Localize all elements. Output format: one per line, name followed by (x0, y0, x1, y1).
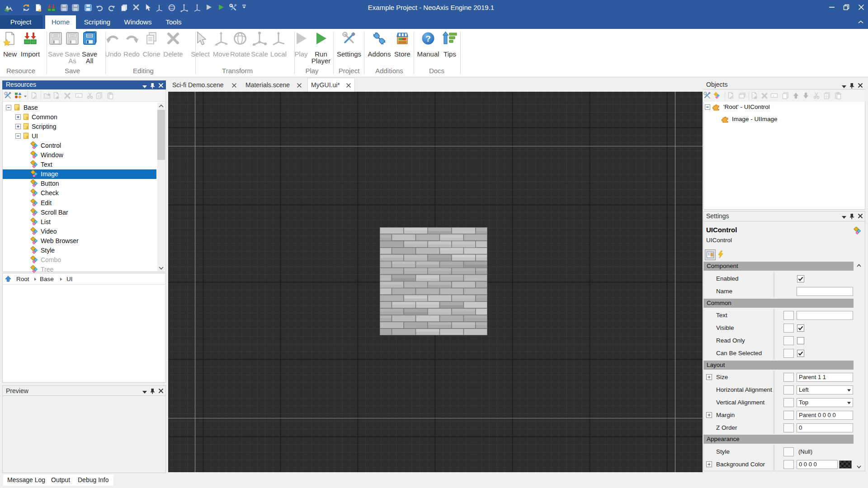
svg-text:x: x (773, 94, 774, 98)
svg-text:x: x (77, 94, 79, 98)
svg-text:?: ? (425, 34, 431, 43)
